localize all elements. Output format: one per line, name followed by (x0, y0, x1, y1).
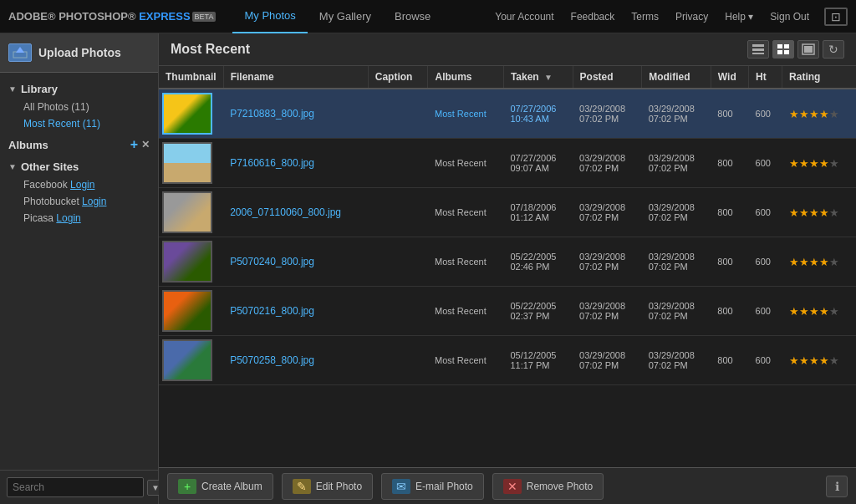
fullscreen-icon[interactable]: ⊡ (824, 8, 848, 26)
star-filled-icon[interactable]: ★ (819, 206, 829, 219)
album-link[interactable]: Most Recent (435, 158, 487, 168)
photo-thumbnail[interactable] (159, 237, 223, 287)
refresh-button[interactable]: ↻ (823, 40, 844, 59)
star-filled-icon[interactable]: ★ (799, 206, 809, 219)
album-link[interactable]: Most Recent (435, 109, 487, 119)
filename-link[interactable]: P7160616_800.jpg (230, 157, 314, 169)
photo-filename[interactable]: 2006_07110060_800.jpg (223, 188, 368, 237)
add-album-icon[interactable]: + (130, 137, 138, 152)
photobucket-login-link[interactable]: Login (82, 196, 106, 207)
star-empty-icon[interactable]: ★ (829, 305, 839, 318)
star-filled-icon[interactable]: ★ (809, 157, 819, 170)
col-height[interactable]: Ht (749, 66, 782, 89)
filename-link[interactable]: P5070258_800.jpg (230, 354, 314, 366)
photo-thumbnail[interactable] (159, 139, 223, 188)
photo-album[interactable]: Most Recent (428, 287, 503, 336)
photo-album[interactable]: Most Recent (428, 237, 503, 287)
filename-link[interactable]: P5070240_800.jpg (230, 256, 314, 267)
star-filled-icon[interactable]: ★ (799, 157, 809, 170)
table-row[interactable]: P7210883_800.jpgMost Recent07/27/200610:… (159, 89, 856, 139)
star-filled-icon[interactable]: ★ (789, 305, 799, 318)
photo-album[interactable]: Most Recent (428, 336, 503, 385)
photo-rating[interactable]: ★★★★★ (782, 188, 856, 237)
star-filled-icon[interactable]: ★ (819, 354, 829, 367)
album-link[interactable]: Most Recent (435, 257, 487, 267)
photo-filename[interactable]: P5070258_800.jpg (223, 336, 368, 385)
picasa-login-link[interactable]: Login (56, 212, 80, 224)
sidebar-item-most-recent[interactable]: Most Recent (11) (0, 115, 158, 132)
remove-photo-button[interactable]: ✕ Remove Photo (492, 473, 604, 500)
edit-photo-button[interactable]: ✎ Edit Photo (282, 473, 373, 500)
star-filled-icon[interactable]: ★ (809, 108, 819, 120)
star-filled-icon[interactable]: ★ (799, 305, 809, 318)
star-empty-icon[interactable]: ★ (829, 354, 839, 367)
star-filled-icon[interactable]: ★ (809, 256, 819, 268)
table-row[interactable]: 2006_07110060_800.jpgMost Recent07/18/20… (159, 188, 856, 237)
photo-rating[interactable]: ★★★★★ (782, 287, 856, 336)
star-empty-icon[interactable]: ★ (829, 157, 839, 170)
sidebar-item-all-photos[interactable]: All Photos (11) (0, 99, 158, 115)
star-filled-icon[interactable]: ★ (819, 108, 829, 120)
album-link[interactable]: Most Recent (435, 355, 487, 365)
large-view-button[interactable] (797, 40, 819, 59)
photo-rating[interactable]: ★★★★★ (782, 89, 856, 139)
photo-filename[interactable]: P5070216_800.jpg (223, 287, 368, 336)
star-filled-icon[interactable]: ★ (799, 354, 809, 367)
photo-filename[interactable]: P7210883_800.jpg (223, 89, 368, 139)
filename-link[interactable]: P5070216_800.jpg (230, 305, 314, 317)
facebook-login-link[interactable]: Login (70, 179, 94, 191)
filename-link[interactable]: P7210883_800.jpg (230, 108, 314, 120)
nav-your-account[interactable]: Your Account (487, 11, 562, 23)
star-filled-icon[interactable]: ★ (799, 256, 809, 268)
col-rating[interactable]: Rating (782, 66, 856, 89)
nav-sign-out[interactable]: Sign Out (762, 11, 818, 23)
nav-terms[interactable]: Terms (623, 11, 667, 23)
nav-feedback[interactable]: Feedback (563, 11, 624, 23)
album-link[interactable]: Most Recent (435, 207, 487, 217)
album-link[interactable]: Most Recent (435, 306, 487, 316)
photo-thumbnail[interactable] (159, 188, 223, 237)
photo-filename[interactable]: P5070240_800.jpg (223, 237, 368, 287)
detail-view-button[interactable] (747, 40, 769, 59)
nav-my-gallery[interactable]: My Gallery (308, 0, 383, 33)
close-albums-icon[interactable]: ✕ (141, 139, 150, 150)
star-filled-icon[interactable]: ★ (809, 305, 819, 318)
col-posted[interactable]: Posted (573, 66, 642, 89)
star-filled-icon[interactable]: ★ (789, 108, 799, 120)
photo-album[interactable]: Most Recent (428, 89, 503, 139)
nav-my-photos[interactable]: My Photos (232, 0, 307, 33)
col-thumbnail[interactable]: Thumbnail (159, 66, 223, 89)
library-section-header[interactable]: ▼ Library (0, 79, 158, 99)
photo-rating[interactable]: ★★★★★ (782, 336, 856, 385)
star-filled-icon[interactable]: ★ (809, 206, 819, 219)
search-input[interactable] (7, 477, 144, 497)
table-row[interactable]: P7160616_800.jpgMost Recent07/27/200609:… (159, 139, 856, 188)
star-filled-icon[interactable]: ★ (789, 256, 799, 268)
email-photo-button[interactable]: ✉ E-mail Photo (381, 473, 484, 500)
star-empty-icon[interactable]: ★ (829, 256, 839, 268)
star-filled-icon[interactable]: ★ (799, 108, 809, 120)
photo-rating[interactable]: ★★★★★ (782, 139, 856, 188)
star-filled-icon[interactable]: ★ (809, 354, 819, 367)
star-filled-icon[interactable]: ★ (819, 256, 829, 268)
table-row[interactable]: P5070216_800.jpgMost Recent05/22/200502:… (159, 287, 856, 336)
col-caption[interactable]: Caption (368, 66, 428, 89)
star-filled-icon[interactable]: ★ (819, 305, 829, 318)
photo-rating[interactable]: ★★★★★ (782, 237, 856, 287)
filename-link[interactable]: 2006_07110060_800.jpg (230, 206, 341, 218)
photo-filename[interactable]: P7160616_800.jpg (223, 139, 368, 188)
upload-photos-button[interactable]: Upload Photos (0, 33, 158, 73)
star-empty-icon[interactable]: ★ (829, 206, 839, 219)
bottom-right-button[interactable]: ℹ (826, 476, 848, 497)
nav-browse[interactable]: Browse (383, 0, 442, 33)
photo-album[interactable]: Most Recent (428, 188, 503, 237)
grid-view-button[interactable] (772, 40, 794, 59)
table-row[interactable]: P5070240_800.jpgMost Recent05/22/200502:… (159, 237, 856, 287)
star-filled-icon[interactable]: ★ (789, 157, 799, 170)
star-empty-icon[interactable]: ★ (829, 108, 839, 120)
photo-thumbnail[interactable] (159, 287, 223, 336)
star-filled-icon[interactable]: ★ (819, 157, 829, 170)
other-sites-header[interactable]: ▼ Other Sites (0, 157, 158, 176)
create-album-button[interactable]: + Create Album (167, 473, 273, 500)
col-width[interactable]: Wid (711, 66, 748, 89)
